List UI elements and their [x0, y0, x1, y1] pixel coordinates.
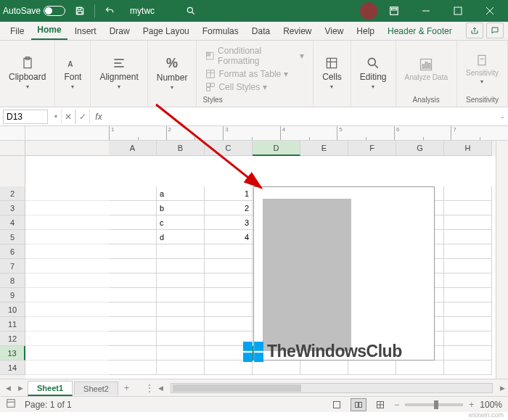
cell[interactable] — [444, 317, 492, 332]
row-header[interactable]: 2 — [0, 186, 25, 201]
hscroll-left[interactable]: ◀ — [158, 384, 163, 392]
tab-home[interactable]: Home — [31, 22, 67, 40]
row-header[interactable]: 10 — [0, 302, 25, 317]
tab-formulas[interactable]: Formulas — [197, 23, 245, 40]
cell[interactable] — [205, 317, 253, 332]
cell[interactable] — [109, 346, 157, 361]
cell[interactable] — [109, 302, 157, 317]
cell[interactable]: d — [157, 230, 205, 244]
ribbon-display-icon[interactable] — [379, 0, 409, 22]
col-header[interactable]: B — [157, 141, 205, 156]
cell[interactable] — [253, 361, 300, 375]
tab-data[interactable]: Data — [246, 23, 276, 40]
cells-button[interactable]: Cells▾ — [319, 54, 345, 91]
alignment-button[interactable]: Alignment▾ — [97, 54, 141, 91]
col-header[interactable]: G — [396, 141, 444, 156]
cell[interactable] — [444, 259, 492, 273]
cell[interactable] — [205, 361, 253, 375]
cell[interactable] — [444, 288, 492, 302]
search-icon[interactable] — [182, 2, 200, 20]
analyze-data-button[interactable]: Analyze Data — [402, 56, 451, 83]
cell[interactable] — [444, 332, 492, 346]
tab-file[interactable]: File — [4, 23, 30, 40]
cell[interactable] — [109, 230, 157, 244]
cell[interactable] — [444, 186, 492, 201]
zoom-out-button[interactable]: − — [394, 400, 399, 410]
cell[interactable] — [205, 244, 253, 259]
tab-review[interactable]: Review — [277, 23, 317, 40]
cell[interactable] — [109, 317, 157, 332]
cell[interactable] — [157, 244, 205, 259]
expand-formula-bar[interactable]: ⌄ — [496, 113, 508, 120]
cell-styles-button[interactable]: Cell Styles▾ — [202, 81, 270, 93]
sensitivity-button[interactable]: Sensitivity▾ — [463, 52, 501, 86]
page-layout-view-icon[interactable] — [351, 398, 366, 411]
cell[interactable] — [444, 201, 492, 215]
cell[interactable] — [109, 361, 157, 375]
cell[interactable] — [157, 361, 205, 375]
name-box-dropdown[interactable]: ▾ — [51, 113, 61, 120]
format-as-table-button[interactable]: Format as Table▾ — [202, 68, 291, 80]
cell[interactable] — [205, 288, 253, 302]
col-header[interactable]: E — [300, 141, 348, 156]
save-icon[interactable] — [71, 2, 89, 20]
cell[interactable] — [444, 361, 492, 375]
zoom-in-button[interactable]: + — [469, 400, 474, 410]
col-header[interactable]: C — [205, 141, 253, 156]
row-header[interactable]: 6 — [0, 244, 25, 259]
vertical-scrollbar[interactable] — [496, 141, 508, 379]
cell[interactable]: b — [157, 201, 205, 215]
cell[interactable] — [109, 332, 157, 346]
font-button[interactable]: AFont▾ — [61, 54, 84, 91]
row-header[interactable]: 14 — [0, 361, 25, 375]
cancel-formula-icon[interactable]: ✕ — [61, 110, 75, 124]
cell[interactable] — [157, 332, 205, 346]
cell[interactable] — [109, 215, 157, 230]
cell[interactable] — [157, 302, 205, 317]
cell[interactable] — [157, 273, 205, 288]
number-button[interactable]: %Number▾ — [154, 54, 191, 92]
col-header[interactable]: H — [444, 141, 492, 156]
cell[interactable]: 2 — [205, 201, 253, 215]
sheet-nav-next[interactable]: ▶ — [15, 384, 26, 392]
user-avatar[interactable] — [360, 2, 377, 20]
cell[interactable] — [444, 302, 492, 317]
maximize-button[interactable] — [443, 0, 473, 22]
autosave-toggle[interactable]: AutoSave — [3, 6, 65, 16]
cell[interactable] — [109, 201, 157, 215]
row-header[interactable]: 11 — [0, 317, 25, 332]
cell[interactable] — [157, 346, 205, 361]
col-header-selected[interactable]: D — [253, 141, 300, 156]
tab-view[interactable]: View — [319, 23, 350, 40]
cell[interactable]: 1 — [205, 186, 253, 201]
cell[interactable] — [109, 273, 157, 288]
sheet-nav-prev[interactable]: ◀ — [3, 384, 14, 392]
enter-formula-icon[interactable]: ✓ — [75, 110, 90, 124]
tab-draw[interactable]: Draw — [104, 23, 136, 40]
normal-view-icon[interactable] — [329, 398, 345, 411]
minimize-button[interactable] — [411, 0, 441, 22]
cell[interactable] — [205, 273, 253, 288]
cell[interactable] — [444, 215, 492, 230]
zoom-slider[interactable] — [405, 403, 463, 406]
cell[interactable] — [109, 244, 157, 259]
col-header[interactable]: A — [109, 141, 157, 156]
comments-icon[interactable] — [486, 22, 504, 38]
cell[interactable] — [109, 288, 157, 302]
cell[interactable] — [157, 259, 205, 273]
cell[interactable] — [109, 186, 157, 201]
cell[interactable]: 3 — [205, 215, 253, 230]
row-header[interactable]: 5 — [0, 230, 25, 244]
hscroll-right[interactable]: ▶ — [500, 384, 505, 392]
cell[interactable]: 4 — [205, 230, 253, 244]
fx-icon[interactable]: fx — [90, 112, 107, 122]
share-icon[interactable] — [466, 22, 483, 38]
tab-insert[interactable]: Insert — [69, 23, 102, 40]
cell[interactable] — [444, 230, 492, 244]
cell[interactable]: c — [157, 215, 205, 230]
cell[interactable] — [300, 361, 348, 375]
sheet-tab-2[interactable]: Sheet2 — [74, 382, 118, 395]
undo-icon[interactable] — [101, 2, 118, 20]
tab-help[interactable]: Help — [351, 23, 380, 40]
add-sheet-button[interactable]: + — [120, 383, 134, 393]
